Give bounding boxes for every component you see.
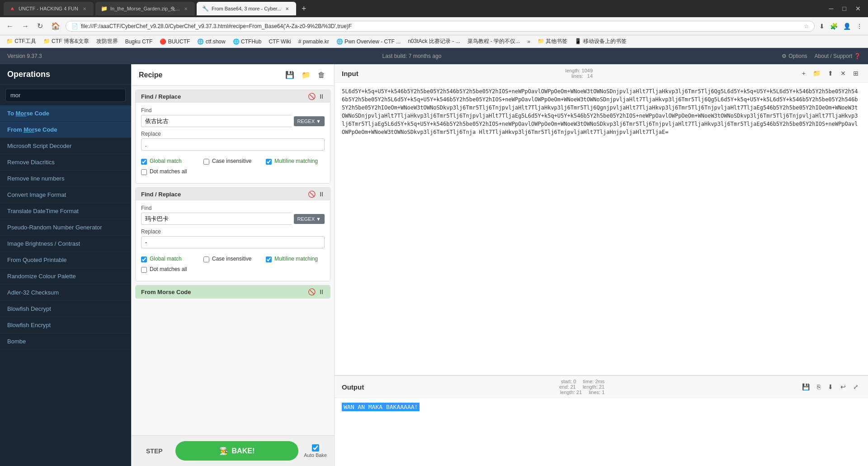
op-image-brightness[interactable]: Image Brightness / Contrast: [0, 236, 131, 252]
output-fullscreen-button[interactable]: ⤢: [851, 382, 861, 392]
output-undo-button[interactable]: ↩: [838, 382, 848, 392]
op-blowfish-decrypt[interactable]: Blowfish Decrypt: [0, 301, 131, 317]
bookmark-other[interactable]: 📁 其他书签: [535, 37, 570, 46]
input-grid-button[interactable]: ⊞: [851, 68, 861, 78]
output-save-button[interactable]: 💾: [800, 382, 812, 392]
input-import-button[interactable]: ⬆: [826, 68, 835, 78]
tab-1[interactable]: 🔺 UNCTF - HACKING 4 FUN ✕: [4, 2, 94, 15]
about-link[interactable]: About / Support ❓: [815, 53, 861, 59]
profile-button[interactable]: 👤: [841, 21, 853, 32]
recipe-block-morse-pause[interactable]: ⏸: [318, 288, 325, 295]
clear-recipe-button[interactable]: 🗑: [316, 69, 327, 81]
find-input-2[interactable]: [141, 213, 292, 225]
op-pseudo-random[interactable]: Pseudo-Random Number Generator: [0, 219, 131, 236]
op-convert-image[interactable]: Convert Image Format: [0, 187, 131, 203]
tab-3[interactable]: 🔧 From Base64, 3 more - Cyber... ✕: [197, 2, 296, 15]
bake-button[interactable]: 👨‍🍳 BAKE!: [175, 441, 299, 461]
op-ms-script[interactable]: Microsoft Script Decoder: [0, 138, 131, 154]
op-blowfish-decrypt-label: Blowfish Decrypt: [7, 305, 51, 312]
bookmark-ctf-tools[interactable]: 📁 CTF工具: [4, 37, 39, 46]
time-label: time:: [583, 379, 595, 384]
home-button[interactable]: 🏠: [48, 20, 63, 32]
output-send-input-button[interactable]: ⬇: [826, 382, 835, 392]
regex-btn-2[interactable]: REGEX ▼: [294, 214, 325, 224]
recipe-block-2-pause[interactable]: ⏸: [318, 190, 325, 198]
bookmark-more-button[interactable]: »: [524, 38, 533, 46]
regex-btn-1[interactable]: REGEX ▼: [294, 116, 325, 126]
bookmark-buuctf[interactable]: 🔴 BUUCTF: [157, 38, 193, 46]
address-bar[interactable]: 📄 file:///F:/aaaCTF/CyberChef_v9.28.0/Cy…: [66, 21, 815, 32]
bookmark-pwn-overview[interactable]: 🌐 Pwn Overview - CTF ...: [334, 38, 403, 46]
bookmark-ctfwiki[interactable]: CTF Wiki: [266, 38, 293, 46]
dot-matches-cb-2[interactable]: [141, 267, 147, 273]
dot-matches-cb-1[interactable]: [141, 169, 147, 175]
forward-button[interactable]: →: [19, 20, 32, 32]
bookmark-mobile[interactable]: 📱 移动设备上的书签: [572, 37, 629, 46]
op-remove-line-numbers[interactable]: Remove line numbers: [0, 171, 131, 187]
options-link[interactable]: ⚙ Options: [782, 53, 807, 59]
op-randomize-colour[interactable]: Randomize Colour Palette: [0, 268, 131, 285]
op-adler32[interactable]: Adler-32 Checksum: [0, 285, 131, 301]
op-blowfish-encrypt[interactable]: Blowfish Encrypt: [0, 317, 131, 333]
back-button[interactable]: ←: [4, 20, 16, 32]
op-remove-diacritics[interactable]: Remove Diacritics: [0, 154, 131, 171]
recipe-block-2-disable[interactable]: 🚫: [308, 190, 316, 198]
extensions-button[interactable]: 🧩: [828, 21, 840, 32]
bookmark-attack-world[interactable]: 攻防世界: [94, 37, 121, 46]
recipe-header-actions: 💾 📁 🗑: [283, 69, 327, 81]
input-content[interactable]: 5L6d5Y+k5q+U5Y+k546b5Y2h5be05Y2h546b5Y2h…: [335, 83, 868, 375]
load-recipe-button[interactable]: 📁: [300, 69, 312, 81]
auto-bake-checkbox[interactable]: [312, 444, 319, 452]
input-delete-button[interactable]: ✕: [838, 68, 848, 78]
search-input[interactable]: [5, 89, 126, 102]
replace-input-1[interactable]: [141, 138, 325, 151]
bookmark-rookie[interactable]: 菜鸟教程 - 学的不仅...: [465, 37, 523, 46]
close-button[interactable]: ✕: [852, 5, 864, 12]
new-tab-button[interactable]: +: [298, 4, 310, 14]
bookmark-ctf-blog[interactable]: 📁 CTF 博客&文章: [41, 37, 92, 46]
recipe-block-1-disable[interactable]: 🚫: [308, 93, 316, 100]
op-to-morse[interactable]: To Morse Code: [0, 105, 131, 122]
minimize-button[interactable]: ─: [826, 5, 837, 12]
reload-button[interactable]: ↻: [34, 20, 46, 32]
recipe-block-1-pause[interactable]: ⏸: [318, 93, 325, 100]
save-recipe-button[interactable]: 💾: [283, 69, 296, 81]
find-input-1[interactable]: [141, 115, 292, 127]
bookmark-bugku[interactable]: Bugku CTF: [123, 38, 156, 46]
global-match-cb-2[interactable]: [141, 257, 147, 262]
tab-3-close[interactable]: ✕: [283, 5, 291, 12]
bookmark-star-icon[interactable]: ☆: [804, 23, 809, 29]
maximize-button[interactable]: □: [839, 5, 850, 12]
global-match-cb-1[interactable]: [141, 159, 147, 165]
op-bombe[interactable]: Bombe: [0, 333, 131, 350]
menu-button[interactable]: ⋮: [854, 21, 864, 32]
op-translate-datetime[interactable]: Translate DateTime Format: [0, 203, 131, 219]
bookmark-ctfhub[interactable]: 🌐 CTFHub: [230, 38, 264, 46]
multiline-cb-2[interactable]: [266, 257, 272, 262]
recipe-block-from-morse: From Morse Code 🚫 ⏸: [135, 285, 330, 299]
output-header: Output start: 0 time: 2ms end: 21 length…: [335, 376, 868, 398]
input-open-button[interactable]: 📁: [811, 68, 823, 78]
replace-input-2[interactable]: [141, 236, 325, 248]
bookmark-ctfshow[interactable]: 🌐 ctf.show: [194, 38, 228, 46]
input-length: 1049: [582, 68, 593, 73]
input-add-button[interactable]: +: [800, 68, 808, 78]
settings-icon: ⚙: [782, 53, 787, 59]
multiline-cb-1[interactable]: [266, 159, 272, 165]
output-copy-button[interactable]: ⎘: [815, 382, 823, 392]
tab-2[interactable]: 📁 In_the_Morse_Garden.zip_兔... ✕: [95, 2, 195, 15]
bookmark-pwnable[interactable]: # pwnable.kr: [296, 38, 332, 46]
input-title: Input: [342, 70, 359, 77]
case-insensitive-cb-2[interactable]: [203, 257, 209, 262]
tab-1-close[interactable]: ✕: [81, 5, 88, 12]
op-from-morse[interactable]: From Morse Code: [0, 122, 131, 138]
op-from-quoted[interactable]: From Quoted Printable: [0, 252, 131, 268]
step-button[interactable]: STEP: [139, 444, 170, 458]
replace-field-1: Replace: [141, 131, 325, 151]
download-button[interactable]: ⬇: [817, 21, 826, 32]
bookmark-n03tack[interactable]: n03tAck 比赛记录 - ...: [405, 37, 462, 46]
tab-2-close[interactable]: ✕: [182, 5, 189, 12]
case-insensitive-cb-1[interactable]: [203, 159, 209, 165]
recipe-block-morse-disable[interactable]: 🚫: [308, 288, 316, 295]
output-content: WAN AN MAKA BAKAAAAA!: [335, 398, 868, 466]
